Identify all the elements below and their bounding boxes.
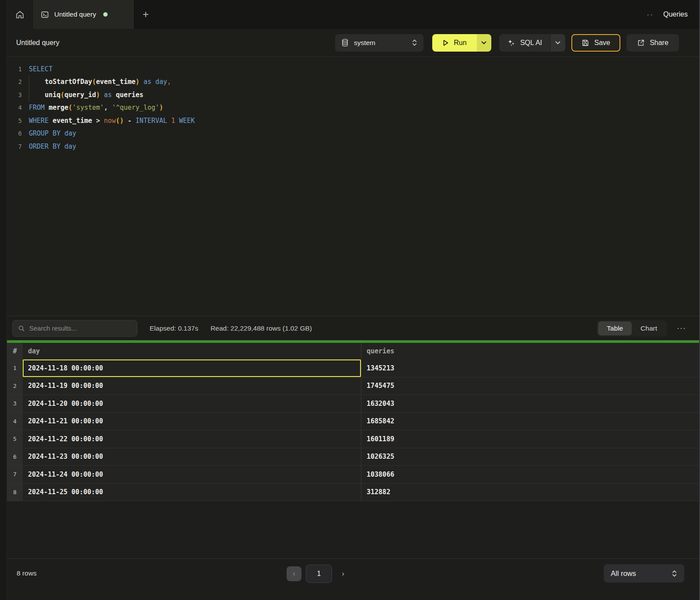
header-queries-column[interactable]: queries: [361, 343, 700, 359]
queries-cell[interactable]: 1601189: [361, 430, 700, 448]
rows-per-page-value: All rows: [611, 569, 636, 578]
sql-ai-options-button[interactable]: [550, 34, 565, 52]
current-page-button[interactable]: 1: [306, 565, 332, 583]
save-label: Save: [594, 39, 610, 47]
line-number: 4: [7, 104, 29, 111]
tab-bar: Untitled query + ·· Queries: [7, 0, 700, 29]
day-cell[interactable]: 2024-11-23 00:00:00: [23, 448, 361, 466]
database-icon: [341, 38, 349, 47]
run-button[interactable]: Run: [432, 34, 477, 52]
table-row: 42024-11-21 00:00:001685842: [7, 413, 700, 431]
table-row: 22024-11-19 00:00:001745475: [7, 377, 700, 395]
line-number: 3: [7, 91, 29, 98]
code-line: 5WHERE event_time > now() - INTERVAL 1 W…: [7, 114, 700, 127]
code-line: 1SELECT: [7, 63, 700, 76]
line-number: 7: [7, 143, 29, 150]
day-cell[interactable]: 2024-11-19 00:00:00: [23, 377, 361, 395]
run-button-group: Run: [432, 34, 491, 52]
row-index-cell: 7: [7, 466, 23, 483]
sql-ai-label: SQL AI: [520, 39, 542, 47]
line-number: 2: [7, 78, 29, 85]
day-cell[interactable]: 2024-11-22 00:00:00: [23, 430, 361, 448]
results-more-icon[interactable]: ···: [675, 324, 688, 333]
row-count: 8 rows: [17, 569, 37, 577]
query-title[interactable]: Untitled query: [16, 39, 60, 47]
table-row: 72024-11-24 00:00:001038066: [7, 466, 700, 484]
table-row: 32024-11-20 00:00:001632043: [7, 395, 700, 413]
pagination: ‹ 1 ›: [287, 565, 350, 583]
row-index-cell: 1: [7, 359, 23, 377]
row-index-cell: 2: [7, 377, 23, 395]
table-row: 12024-11-18 00:00:001345213: [7, 359, 700, 377]
code-line: 4FROM merge('system', '^query_log'): [7, 101, 700, 115]
day-cell[interactable]: 2024-11-25 00:00:00: [23, 484, 361, 501]
tab-untitled-query[interactable]: Untitled query: [33, 0, 134, 29]
table-row: 52024-11-22 00:00:001601189: [7, 430, 700, 448]
code-line: 2 toStartOfDay(event_time) as day,: [7, 76, 700, 89]
tab-label: Untitled query: [54, 10, 96, 18]
sparkles-icon: [507, 38, 515, 47]
line-number: 5: [7, 117, 29, 124]
save-icon: [581, 39, 589, 47]
queries-cell[interactable]: 1745475: [361, 377, 700, 395]
code-text: FROM merge('system', '^query_log'): [29, 101, 163, 115]
line-number: 1: [7, 66, 29, 73]
home-icon: [15, 10, 24, 19]
table-row: 82024-11-25 00:00:00312882: [7, 484, 700, 502]
queries-cell[interactable]: 1038066: [361, 466, 700, 483]
queries-cell[interactable]: 1026325: [361, 448, 700, 466]
search-results-box[interactable]: [12, 320, 137, 337]
queries-cell[interactable]: 1685842: [361, 413, 700, 430]
sql-console-window: Untitled query + ·· Queries Untitled que…: [0, 0, 700, 600]
table-row: 62024-11-23 00:00:001026325: [7, 448, 700, 466]
share-icon: [637, 39, 645, 47]
view-toggle: Table Chart: [597, 320, 667, 337]
add-tab-button[interactable]: +: [134, 0, 157, 29]
row-index-cell: 4: [7, 413, 23, 430]
rows-per-page-select[interactable]: All rows: [604, 564, 684, 583]
view-chart-button[interactable]: Chart: [632, 321, 666, 335]
grid-empty-area: [7, 501, 700, 558]
elapsed-stat: Elapsed: 0.137s: [150, 324, 198, 332]
home-button[interactable]: [7, 0, 33, 29]
row-index-cell: 8: [7, 484, 23, 501]
sql-ai-button[interactable]: SQL AI: [499, 34, 550, 52]
row-index-cell: 3: [7, 395, 23, 412]
database-select-value: system: [354, 39, 375, 47]
query-toolbar: Untitled query system: [7, 29, 700, 57]
day-cell[interactable]: 2024-11-21 00:00:00: [23, 413, 361, 430]
queries-cell[interactable]: 1632043: [361, 395, 700, 412]
day-cell[interactable]: 2024-11-20 00:00:00: [23, 395, 361, 412]
code-line: 7ORDER BY day: [7, 140, 700, 153]
run-label: Run: [454, 39, 466, 47]
header-day-column[interactable]: day: [23, 343, 361, 359]
search-results-input[interactable]: [29, 324, 132, 332]
day-cell[interactable]: 2024-11-18 00:00:00: [23, 359, 361, 377]
code-line: 3 uniq(query_id) as queries: [7, 88, 700, 101]
terminal-icon: [41, 10, 49, 19]
prev-page-button[interactable]: ‹: [287, 566, 301, 581]
code-text: ORDER BY day: [29, 140, 76, 153]
next-page-button[interactable]: ›: [336, 566, 350, 581]
search-icon: [18, 325, 25, 332]
database-select[interactable]: system: [335, 34, 424, 52]
save-button[interactable]: Save: [571, 34, 620, 52]
queries-cell[interactable]: 312882: [361, 484, 700, 501]
share-button[interactable]: Share: [626, 34, 679, 52]
queries-cell[interactable]: 1345213: [361, 359, 700, 377]
day-cell[interactable]: 2024-11-24 00:00:00: [23, 466, 361, 483]
results-grid: # day queries 12024-11-18 00:00:00134521…: [7, 343, 700, 501]
unsaved-dot-icon: [103, 12, 108, 17]
code-text: GROUP BY day: [29, 127, 76, 140]
header-row-index: #: [7, 343, 23, 359]
updown-chevron-icon: [412, 39, 417, 46]
view-table-button[interactable]: Table: [598, 321, 632, 335]
code-text: uniq(query_id) as queries: [29, 88, 144, 101]
share-label: Share: [650, 39, 668, 47]
sql-editor[interactable]: 1SELECT2 toStartOfDay(event_time) as day…: [7, 57, 700, 316]
run-options-button[interactable]: [477, 34, 491, 52]
more-icon[interactable]: ··: [647, 10, 654, 19]
updown-chevron-icon: [672, 570, 677, 577]
queries-link[interactable]: Queries: [663, 10, 688, 18]
line-number: 6: [7, 130, 29, 137]
